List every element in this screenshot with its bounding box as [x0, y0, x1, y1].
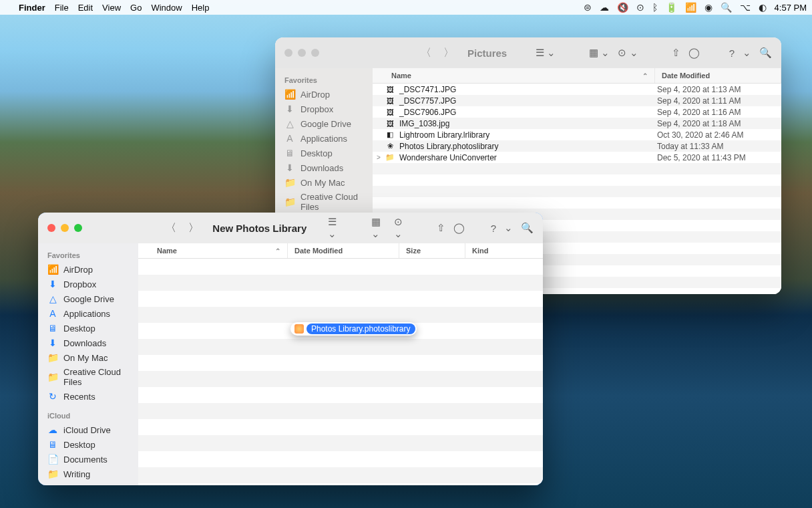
sidebar-item[interactable]: 📁Creative Cloud Files: [38, 365, 138, 389]
nav-back-icon[interactable]: 〈: [421, 46, 431, 60]
sidebar-item[interactable]: ⬇︎Dropbox: [275, 102, 373, 116]
col-name[interactable]: Name: [157, 247, 177, 255]
tag-icon[interactable]: ◯: [688, 47, 700, 59]
spotlight-icon[interactable]: 🔍: [721, 2, 732, 13]
sidebar-item[interactable]: ☁︎iCloud Drive: [38, 422, 138, 437]
empty-row[interactable]: [138, 419, 543, 435]
file-row[interactable]: 🖼_DSC7906.JPGSep 4, 2020 at 1:16 AM: [373, 106, 781, 118]
sidebar-item[interactable]: 📁On My Mac: [38, 350, 138, 365]
file-row[interactable]: 🖼_DSC7757.JPGSep 4, 2020 at 1:11 AM: [373, 95, 781, 106]
view-list-icon[interactable]: ☰ ⌄: [328, 216, 343, 240]
menu-view[interactable]: View: [102, 3, 121, 13]
bluetooth-icon[interactable]: ᛒ: [652, 2, 658, 13]
sort-indicator-icon[interactable]: ⌃: [642, 72, 648, 80]
view-grid-icon[interactable]: ▦ ⌄: [371, 216, 386, 240]
col-kind[interactable]: Kind: [472, 247, 488, 255]
empty-row[interactable]: [138, 451, 543, 467]
help-icon[interactable]: ?: [729, 47, 735, 59]
sidebar-item[interactable]: 🖥Desktop: [38, 437, 138, 452]
sidebar-item[interactable]: AApplications: [275, 131, 373, 146]
nav-back-icon[interactable]: 〈: [166, 221, 176, 235]
dropdown-icon[interactable]: ⌄: [504, 222, 513, 234]
now-playing-icon[interactable]: ⊙: [636, 2, 644, 13]
wifi-icon[interactable]: 📶: [685, 2, 696, 13]
finder-window-new-photos-library[interactable]: 〈 〉 New Photos Library ☰ ⌄ ▦ ⌄ ⊙ ⌄ ⇧ ◯ ?…: [38, 213, 543, 485]
share-icon[interactable]: ⇧: [437, 222, 445, 234]
sidebar-item[interactable]: 📶AirDrop: [38, 262, 138, 277]
column-headers[interactable]: Name⌃ Date Modified Size Kind: [138, 243, 543, 259]
menu-file[interactable]: File: [55, 3, 69, 13]
file-row[interactable]: 🖼_DSC7471.JPGSep 4, 2020 at 1:13 AM: [373, 84, 781, 95]
sidebar-item[interactable]: 📶AirDrop: [275, 87, 373, 102]
user-icon[interactable]: ◉: [704, 2, 713, 13]
control-center-icon[interactable]: ⌥: [740, 2, 751, 13]
mute-icon[interactable]: 🔇: [617, 2, 628, 13]
empty-row[interactable]: [138, 403, 543, 419]
close-button[interactable]: [47, 224, 55, 232]
minimize-button[interactable]: [298, 49, 306, 57]
col-date[interactable]: Date Modified: [662, 72, 710, 80]
view-grid-icon[interactable]: ▦ ⌄: [589, 47, 610, 59]
sidebar-item[interactable]: 🖥Desktop: [38, 321, 138, 336]
view-list-icon[interactable]: ☰ ⌄: [536, 47, 556, 59]
empty-row[interactable]: [138, 307, 543, 323]
col-name[interactable]: Name: [391, 72, 411, 80]
close-button[interactable]: [284, 49, 292, 57]
sidebar-item[interactable]: 📁On My Mac: [275, 175, 373, 190]
battery-icon[interactable]: 🔋: [666, 2, 677, 13]
zoom-button[interactable]: [74, 224, 82, 232]
sidebar-item[interactable]: △Google Drive: [275, 116, 373, 131]
nav-forward-icon[interactable]: 〉: [188, 221, 199, 235]
action-menu-icon[interactable]: ⊙ ⌄: [618, 47, 638, 59]
search-icon[interactable]: 🔍: [759, 47, 772, 59]
col-size[interactable]: Size: [406, 247, 421, 255]
empty-row[interactable]: [138, 355, 543, 371]
action-menu-icon[interactable]: ⊙ ⌄: [394, 216, 409, 240]
tag-icon[interactable]: ◯: [453, 222, 465, 234]
sidebar-item[interactable]: ⬇︎Dropbox: [38, 277, 138, 291]
file-row[interactable]: >📁Wondershare UniConverterDec 5, 2020 at…: [373, 152, 781, 163]
empty-row[interactable]: [138, 371, 543, 387]
nav-forward-icon[interactable]: 〉: [443, 46, 454, 60]
sidebar-item[interactable]: 📁Writing: [38, 467, 138, 481]
minimize-button[interactable]: [61, 224, 69, 232]
empty-row[interactable]: [138, 275, 543, 291]
share-icon[interactable]: ⇧: [672, 47, 680, 59]
sort-indicator-icon[interactable]: ⌃: [275, 247, 280, 255]
status-icon[interactable]: ⊜: [584, 2, 592, 13]
sidebar-item[interactable]: ⬇︎Downloads: [275, 160, 373, 175]
menu-go[interactable]: Go: [130, 3, 142, 13]
app-menu[interactable]: Finder: [19, 3, 45, 13]
sidebar-item[interactable]: 🖥Desktop: [275, 146, 373, 160]
cloud-icon[interactable]: ☁︎: [600, 2, 609, 13]
sidebar-item[interactable]: ⬇︎Downloads: [38, 336, 138, 350]
zoom-button[interactable]: [311, 49, 319, 57]
search-icon[interactable]: 🔍: [521, 222, 534, 234]
sidebar-item[interactable]: △Google Drive: [38, 291, 138, 306]
window-controls[interactable]: [47, 224, 82, 232]
empty-row[interactable]: [138, 259, 543, 275]
col-date[interactable]: Date Modified: [294, 247, 343, 255]
sidebar-item[interactable]: 📁Creative Cloud Files: [275, 190, 373, 214]
empty-row[interactable]: [138, 291, 543, 307]
siri-icon[interactable]: ◐: [759, 2, 767, 13]
empty-row[interactable]: [138, 435, 543, 451]
empty-row[interactable]: [138, 387, 543, 403]
file-row[interactable]: 🖼IMG_1038.jpgSep 4, 2020 at 1:18 AM: [373, 118, 781, 129]
menu-window[interactable]: Window: [151, 3, 182, 13]
empty-row[interactable]: [138, 467, 543, 483]
sidebar-item[interactable]: AApplications: [38, 306, 138, 321]
file-row[interactable]: ◧Lightroom Library.lrlibraryOct 30, 2020…: [373, 129, 781, 140]
menu-edit[interactable]: Edit: [78, 3, 93, 13]
empty-row[interactable]: [138, 339, 543, 355]
file-row[interactable]: ❀Photos Library.photoslibraryToday at 11…: [373, 140, 781, 152]
sidebar-item[interactable]: ↻Recents: [38, 389, 138, 404]
menu-clock[interactable]: 4:57 PM: [775, 3, 807, 13]
help-icon[interactable]: ?: [491, 223, 496, 234]
menu-help[interactable]: Help: [192, 3, 210, 13]
disclosure-icon[interactable]: >: [377, 154, 383, 161]
sidebar-item[interactable]: 📄Documents: [38, 452, 138, 467]
file-list[interactable]: [138, 259, 543, 485]
dropdown-icon[interactable]: ⌄: [743, 47, 751, 59]
column-headers[interactable]: Name⌃ Date Modified: [373, 68, 781, 84]
